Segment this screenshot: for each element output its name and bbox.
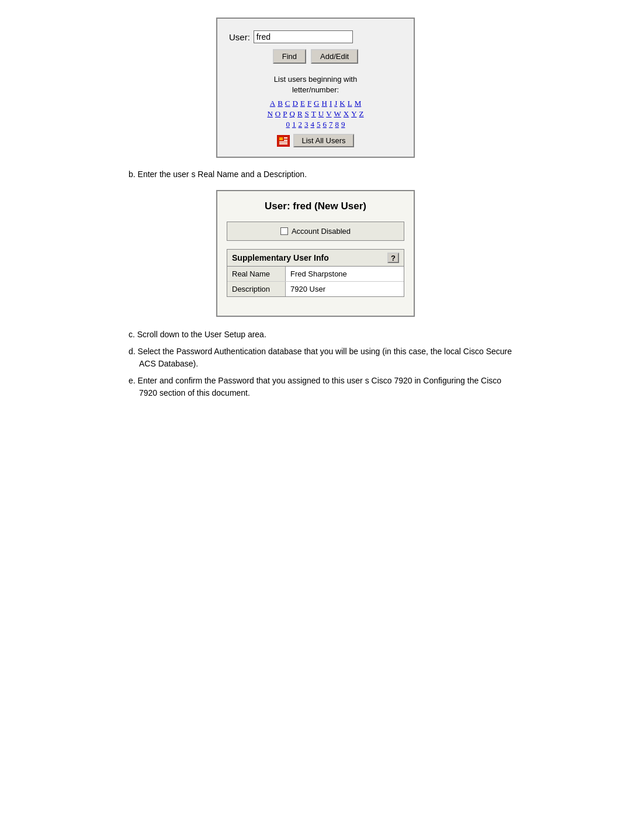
letter-J[interactable]: J [334,99,337,108]
number-6[interactable]: 6 [323,120,327,129]
letter-G[interactable]: G [314,99,319,108]
number-1[interactable]: 1 [292,120,296,129]
letter-R[interactable]: R [297,109,303,119]
list-all-icon [277,135,290,147]
svg-rect-4 [279,141,287,143]
list-all-button[interactable]: List All Users [293,134,353,147]
letter-A[interactable]: A [270,99,275,108]
supp-info-title: Supplementary User Info [232,253,329,262]
user-row: User: [229,30,402,43]
supp-info-header: Supplementary User Info ? [227,250,404,267]
letter-B[interactable]: B [278,99,283,108]
real-name-label: Real Name [227,267,286,281]
svg-rect-1 [279,137,283,140]
page-content: User: Find Add/Edit List users beginning… [23,18,608,404]
letter-U[interactable]: U [318,109,324,119]
step-c: c. Scroll down to the User Setup area. [129,329,520,341]
letter-K[interactable]: K [339,99,345,108]
addedit-button[interactable]: Add/Edit [311,49,358,64]
real-name-value: Fred Sharpstone [286,267,404,281]
user-form-panel: User: fred (New User) Account Disabled S… [216,190,415,317]
letter-M[interactable]: M [355,99,362,108]
letter-links: A B C D E F G H I J K L M N O P [229,99,402,129]
svg-rect-5 [279,143,287,144]
user-label: User: [229,32,250,42]
number-7[interactable]: 7 [329,120,333,129]
number-3[interactable]: 3 [304,120,308,129]
letter-Z[interactable]: Z [359,109,364,119]
account-disabled-label: Account Disabled [292,227,351,236]
letter-C[interactable]: C [285,99,290,108]
svg-rect-2 [284,137,287,139]
find-button[interactable]: Find [273,49,306,64]
supp-info-section: Supplementary User Info ? Real Name Fred… [227,249,404,297]
step-e: e. Enter and confirm the Password that y… [129,375,520,399]
description-label: Description [227,282,286,296]
steps-list: c. Scroll down to the User Setup area. d… [111,329,520,404]
letter-Y[interactable]: Y [351,109,356,119]
step-d: d. Select the Password Authentication da… [129,345,520,370]
list-section: List users beginning with letter/number:… [229,74,402,129]
letter-H[interactable]: H [322,99,327,108]
user-input[interactable] [254,30,353,43]
letter-T[interactable]: T [311,109,316,119]
letter-X[interactable]: X [344,109,349,119]
list-all-row: List All Users [229,134,402,147]
description-value: 7920 User [286,282,404,296]
svg-rect-3 [284,140,287,141]
number-0[interactable]: 0 [286,120,290,129]
letter-E[interactable]: E [300,99,305,108]
number-4[interactable]: 4 [311,120,315,129]
find-addedit-buttons: Find Add/Edit [229,49,402,64]
real-name-row: Real Name Fred Sharpstone [227,267,404,282]
letter-F[interactable]: F [307,99,311,108]
number-8[interactable]: 8 [335,120,339,129]
letter-D[interactable]: D [293,99,298,108]
account-disabled-row: Account Disabled [227,222,404,241]
step-b-label: b. Enter the user s Real Name and a Desc… [111,168,520,181]
user-find-panel: User: Find Add/Edit List users beginning… [216,18,415,158]
letter-O[interactable]: O [275,109,280,119]
number-5[interactable]: 5 [317,120,321,129]
account-disabled-checkbox[interactable] [280,227,288,235]
letter-I[interactable]: I [330,99,332,108]
letters-row1: A B C D E F G H I J K L M [270,99,361,108]
letter-N[interactable]: N [267,109,272,119]
description-row: Description 7920 User [227,282,404,296]
letter-P[interactable]: P [283,109,287,119]
letter-S[interactable]: S [305,109,309,119]
number-2[interactable]: 2 [299,120,303,129]
letter-Q[interactable]: Q [289,109,294,119]
panel2-title: User: fred (New User) [227,201,404,212]
number-9[interactable]: 9 [341,120,345,129]
numbers-row: 0 1 2 3 4 5 6 7 8 9 [286,120,345,129]
list-intro: List users beginning with letter/number: [229,74,402,95]
letter-V[interactable]: V [326,109,331,119]
letter-W[interactable]: W [334,109,341,119]
letters-row2: N O P Q R S T U V W X Y Z [267,109,363,119]
help-button[interactable]: ? [387,253,399,263]
letter-L[interactable]: L [348,99,352,108]
